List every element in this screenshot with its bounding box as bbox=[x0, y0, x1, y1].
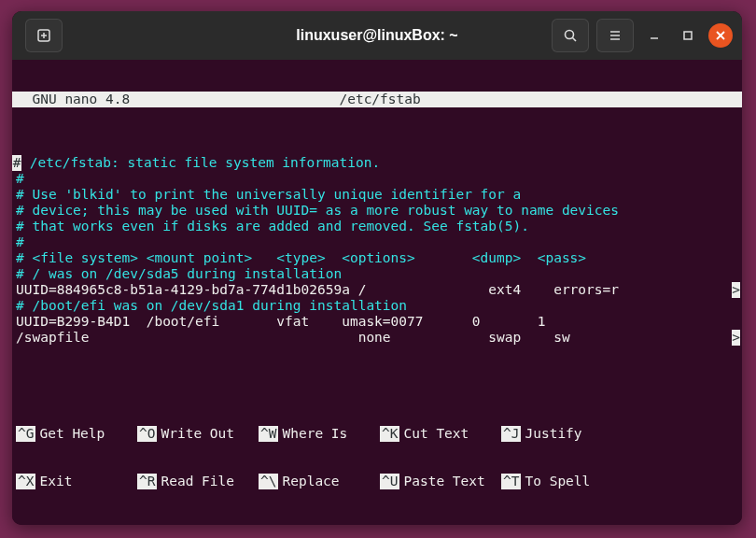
svg-rect-9 bbox=[684, 32, 692, 39]
nano-shortcut: ^JJustify bbox=[501, 426, 623, 442]
terminal-window: linuxuser@linuxBox: ~ bbox=[12, 11, 742, 525]
file-line: UUID=B299-B4D1 /boot/efi vfat umask=0077… bbox=[12, 314, 742, 330]
nano-shortcut: ^TTo Spell bbox=[501, 474, 623, 489]
nano-shortcut: ^UPaste Text bbox=[380, 474, 501, 489]
shortcut-label: To Spell bbox=[525, 474, 590, 489]
line-text: # bbox=[16, 171, 24, 186]
shortcut-label: Where Is bbox=[282, 426, 347, 442]
shortcut-key: ^J bbox=[501, 426, 521, 442]
titlebar: linuxuser@linuxBox: ~ bbox=[12, 11, 742, 60]
shortcut-label: Paste Text bbox=[403, 474, 484, 489]
shortcut-label: Read File bbox=[161, 474, 234, 489]
file-line: # /boot/efi was on /dev/sda1 during inst… bbox=[12, 298, 742, 314]
file-line: # bbox=[12, 171, 742, 187]
line-text: /etc/fstab: static file system informati… bbox=[21, 155, 380, 170]
shortcut-label: Justify bbox=[525, 426, 581, 442]
line-text: # bbox=[16, 234, 24, 249]
nano-app-name: GNU nano 4.8 bbox=[12, 92, 130, 107]
nano-body: # /etc/fstab: static file system informa… bbox=[12, 155, 742, 346]
line-text: # device; this may be used with UUID= as… bbox=[16, 203, 619, 218]
nano-shortcut-bar: ^GGet Help^OWrite Out^WWhere Is^KCut Tex… bbox=[12, 394, 742, 521]
line-text: UUID=884965c8-b51a-4129-bd7a-774d1b02659… bbox=[16, 282, 619, 297]
shortcut-label: Cut Text bbox=[403, 426, 469, 442]
shortcut-key: ^X bbox=[16, 474, 35, 489]
nano-shortcut: ^WWhere Is bbox=[259, 426, 380, 442]
line-text: UUID=B299-B4D1 /boot/efi vfat umask=0077… bbox=[16, 314, 545, 329]
nano-file-name: /etc/fstab bbox=[130, 92, 630, 107]
file-line: # bbox=[12, 234, 742, 250]
shortcut-label: Replace bbox=[282, 474, 339, 489]
shortcut-key: ^K bbox=[380, 426, 399, 442]
file-line: # / was on /dev/sda5 during installation bbox=[12, 266, 742, 282]
shortcut-label: Get Help bbox=[39, 426, 105, 442]
nano-shortcut: ^KCut Text bbox=[380, 426, 501, 442]
file-line: /swapfile none swap sw > bbox=[12, 330, 742, 346]
nano-header: GNU nano 4.8 /etc/fstab bbox=[12, 92, 742, 107]
shortcut-label: Exit bbox=[39, 474, 72, 489]
terminal-area[interactable]: GNU nano 4.8 /etc/fstab # /etc/fstab: st… bbox=[12, 60, 742, 525]
line-text: /swapfile none swap sw bbox=[16, 330, 627, 345]
line-text: # /boot/efi was on /dev/sda1 during inst… bbox=[16, 298, 407, 313]
shortcut-key: ^\ bbox=[259, 474, 278, 489]
line-text: # <file system> <mount point> <type> <op… bbox=[16, 250, 586, 265]
close-button[interactable] bbox=[708, 23, 733, 48]
file-line: UUID=884965c8-b51a-4129-bd7a-774d1b02659… bbox=[12, 282, 742, 298]
svg-line-4 bbox=[573, 38, 577, 42]
shortcut-key: ^U bbox=[380, 474, 399, 489]
new-tab-button[interactable] bbox=[25, 19, 63, 52]
file-line: # device; this may be used with UUID= as… bbox=[12, 203, 742, 219]
hash-marker: # bbox=[12, 155, 21, 171]
nano-shortcut: ^XExit bbox=[16, 474, 137, 489]
maximize-button[interactable] bbox=[675, 22, 701, 49]
shortcut-key: ^W bbox=[259, 426, 278, 442]
shortcut-key: ^O bbox=[137, 426, 157, 442]
file-line: # <file system> <mount point> <type> <op… bbox=[12, 250, 742, 266]
shortcut-key: ^R bbox=[137, 474, 157, 489]
nano-shortcut: ^OWrite Out bbox=[137, 426, 259, 442]
shortcut-key: ^G bbox=[16, 426, 35, 442]
nano-shortcut: ^\Replace bbox=[259, 474, 380, 489]
line-text: # that works even if disks are added and… bbox=[16, 219, 529, 234]
svg-point-3 bbox=[566, 31, 574, 39]
nano-shortcut: ^RRead File bbox=[137, 474, 259, 489]
line-text: # Use 'blkid' to print the universally u… bbox=[16, 187, 521, 202]
file-line: # /etc/fstab: static file system informa… bbox=[12, 155, 742, 171]
shortcut-key: ^T bbox=[501, 474, 521, 489]
file-line: # that works even if disks are added and… bbox=[12, 219, 742, 234]
menu-button[interactable] bbox=[596, 19, 634, 52]
file-line: # Use 'blkid' to print the universally u… bbox=[12, 187, 742, 203]
nano-shortcut: ^GGet Help bbox=[16, 426, 137, 442]
line-text: # / was on /dev/sda5 during installation bbox=[16, 266, 342, 281]
shortcut-label: Write Out bbox=[161, 426, 234, 442]
truncation-marker: > bbox=[732, 282, 740, 298]
minimize-button[interactable] bbox=[641, 22, 667, 49]
search-button[interactable] bbox=[552, 19, 589, 52]
truncation-marker: > bbox=[732, 330, 740, 346]
